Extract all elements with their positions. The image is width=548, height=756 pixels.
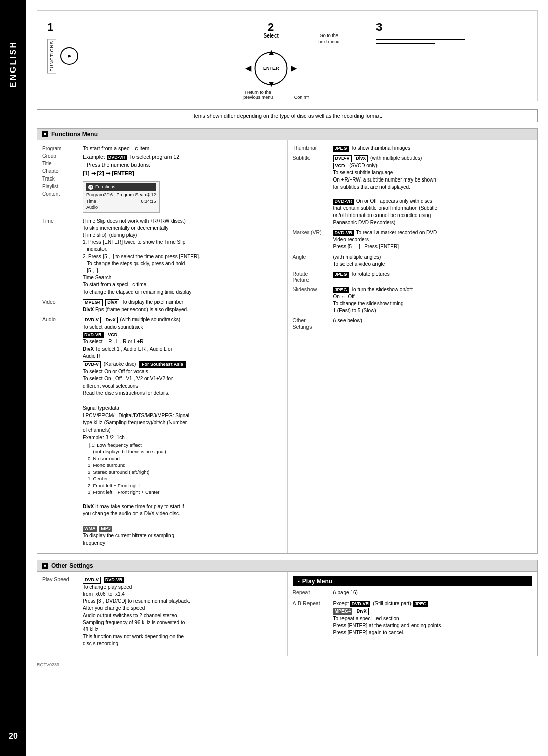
menu-item-time: Time (Time Slip does not work with +R/+R… [42,218,282,296]
menu-label-slideshow: Slideshow [293,286,333,314]
step2-number: 2 [182,21,360,34]
other-settings-section: ■ Other Settings Play Speed DVD-V DVD-VR… [37,560,538,656]
region-badge: For Southeast Asia [139,361,186,368]
other-settings-title: Other Settings [51,562,93,569]
wma-badge: WMA [83,526,97,532]
arrow-down-icon: ▼ [267,80,276,89]
main-content: 1 FUNCTIONS ▶ 2 Select Go to thenext men… [26,0,548,677]
dvdvr-badge-marker: DVD-VR [333,230,354,236]
menu-desc-other: (\ see below) [333,317,533,330]
menu-desc-playspeed: DVD-V DVD-VR To change play speed from x… [83,576,282,647]
screen-row-3: Audio [86,204,156,211]
step3-number: 3 [376,21,525,34]
menu-desc-ab-repeat: Except DVD-VR (Still picture part) JPEG … [333,600,533,636]
arrow-left-icon: ◀ [245,63,251,73]
other-right-col: ▪ Play Menu Repeat (\ page 16) A-B Repea… [288,572,538,656]
left-column: ProgramGroupTitleChapterTrackPlaylistCon… [37,140,288,553]
return-label: Return to theprevious menu [243,90,273,100]
notice-box: Items shown differ depending on the type… [37,109,538,122]
page-wrapper: ENGLISH 20 1 FUNCTIONS ▶ 2 Select [0,0,548,756]
other-settings-content: Play Speed DVD-V DVD-VR To change play s… [37,572,537,656]
page-number: 20 [0,732,26,741]
mpeg4-badge: MPEG4 [83,299,103,306]
divx-badge-ab: DivX [355,608,369,615]
functions-menu-icon: ■ [42,131,48,137]
steps-area: 1 FUNCTIONS ▶ 2 Select Go to thenext men… [37,10,538,101]
menu-label-time: Time [42,218,83,296]
sidebar-label: ENGLISH [9,41,18,87]
menu-desc-marker: DVD-VR To recall a marker recorded on DV… [333,229,533,250]
dvdvr-badge-1: DVD-VR [107,155,127,161]
confirm-label: Con rm [294,95,310,100]
arrow-right-icon: ▶ [291,63,297,73]
dvdv-badge-sub: DVD-V [333,155,352,162]
arrow-up-icon: ▲ [267,48,276,57]
mpeg4-badge-ab: MPEG4 [333,608,353,615]
step1-rotated-label: FUNCTIONS [47,39,56,74]
menu-item-marker: Marker (VR) DVD-VR To recall a marker re… [293,229,533,250]
dvdvr-badge-speed: DVD-VR [104,577,124,583]
menu-label-playspeed: Play Speed [42,576,83,647]
step1-circle: ▶ [60,47,78,65]
menu-label-marker: Marker (VR) [293,229,333,250]
functions-menu-header: ■ Functions Menu [37,129,537,140]
step-3: 3 [371,18,530,93]
page-code: RQTV0239 [37,662,538,667]
menu-label-ab-repeat: A-B Repeat [293,600,333,636]
menu-item-video: Video MPEG4 DivX To display the pixel nu… [42,299,282,313]
jpeg-badge-thumb: JPEG [333,146,349,152]
menu-item-playspeed: Play Speed DVD-V DVD-VR To change play s… [42,576,282,647]
jpeg-badge-slide: JPEG [333,287,349,293]
menu-desc-angle: (with multiple angles) To select a video… [333,254,533,268]
menu-desc-rotate: JPEG To rotate pictures [333,271,533,283]
other-left-col: Play Speed DVD-V DVD-VR To change play s… [37,572,288,656]
menu-label-audio: Audio [42,316,83,547]
menu-desc-slideshow: JPEG To turn the slideshow on/off On ↔ O… [333,286,533,314]
mp3-badge: MP3 [99,526,112,532]
menu-label-video: Video [42,299,83,313]
menu-desc-time: (Time Slip does not work with +R/+RW dis… [83,218,282,296]
menu-item-ab-repeat: A-B Repeat Except DVD-VR (Still picture … [293,600,533,636]
notice-text: Items shown differ depending on the type… [192,113,382,119]
menu-item-rotate: RotatePicture JPEG To rotate pictures [293,271,533,283]
step1-number: 1 [47,21,166,34]
dvdvr-badge-ab: DVD-VR [350,601,371,607]
menu-label-thumbnail: Thumbnail [293,145,333,152]
jpeg-badge-ab: JPEG [413,601,428,607]
right-column: Thumbnail JPEG To show thumbnail images … [288,140,538,553]
dvdv-karaoke-badge: DVD-V [83,361,101,368]
dvdvr-badge-sub: DVD-VR [333,199,354,205]
nav-diagram: ENTER ▲ ▼ ◀ ▶ [243,47,299,90]
menu-desc-repeat: (\ page 16) [333,589,533,596]
jpeg-badge-rotate: JPEG [333,272,349,278]
screen-mockup: ⊙ Functions Program2/16 Program Searc‡ 1… [83,181,160,212]
functions-menu-section: ■ Functions Menu ProgramGroupTitleChapte… [37,128,538,554]
menu-item-slideshow: Slideshow JPEG To turn the slideshow on/… [293,286,533,314]
menu-item-repeat: Repeat (\ page 16) [293,589,533,596]
other-settings-header: ■ Other Settings [37,560,537,572]
screen-title: Functions [95,184,115,190]
divx-badge-video: DivX [105,299,119,306]
menu-label-repeat: Repeat [293,589,333,596]
divx-badge-sub: DivX [354,155,368,162]
screen-header: ⊙ Functions [86,183,156,191]
play-menu-icon: ▪ [298,578,300,585]
menu-label-subtitle: Subtitle [293,155,333,226]
vcd-badge-audio: VCD [106,332,119,339]
dvdvr-badge-audio: DVD-VR [83,332,104,338]
menu-desc-video: MPEG4 DivX To display the pixel number D… [83,299,282,313]
menu-desc-program: To start from a speci c item Example: DV… [83,145,282,214]
functions-menu-content: ProgramGroupTitleChapterTrackPlaylistCon… [37,140,537,553]
select-label: Select [263,33,278,39]
menu-label-angle: Angle [293,254,333,268]
menu-desc-audio: DVD-V DivX (with multiple soundtracks) T… [83,316,282,547]
sidebar: ENGLISH 20 [0,0,26,756]
menu-item-thumbnail: Thumbnail JPEG To show thumbnail images [293,145,533,152]
menu-item-subtitle: Subtitle DVD-V DivX (with multiple subti… [293,155,533,226]
menu-item-angle: Angle (with multiple angles) To select a… [293,254,533,268]
go-to-next-label: Go to thenext menu [318,33,339,45]
menu-item-program: ProgramGroupTitleChapterTrackPlaylistCon… [42,145,282,214]
step-1: 1 FUNCTIONS ▶ [45,18,171,93]
menu-item-other: OtherSettings (\ see below) [293,317,533,330]
play-menu-header: ▪ Play Menu [293,576,533,586]
